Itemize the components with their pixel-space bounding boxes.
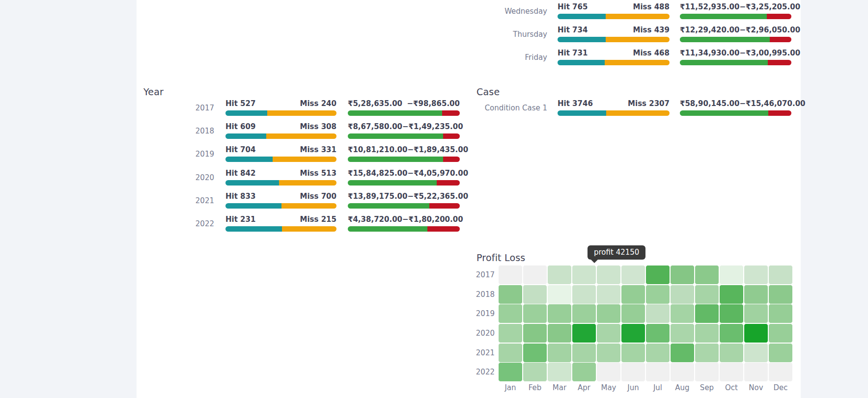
heatmap-cell[interactable] xyxy=(645,285,670,304)
heatmap-cell[interactable] xyxy=(670,304,695,323)
heatmap-cell[interactable] xyxy=(621,343,645,363)
heatmap-cell[interactable] xyxy=(719,362,744,382)
heatmap-cell[interactable] xyxy=(498,265,523,285)
hit-bar-segment[interactable] xyxy=(225,203,281,209)
profit-bar-segment[interactable] xyxy=(348,180,437,186)
miss-bar-segment[interactable] xyxy=(605,60,670,65)
profit-bar-segment[interactable] xyxy=(348,203,429,209)
heatmap-cell[interactable] xyxy=(547,343,572,363)
miss-bar-segment[interactable] xyxy=(606,110,670,116)
heatmap-cell[interactable] xyxy=(744,343,768,363)
miss-bar-segment[interactable] xyxy=(606,37,670,42)
heatmap-cell[interactable] xyxy=(621,323,645,343)
heatmap-cell[interactable] xyxy=(572,323,596,343)
heatmap-cell[interactable] xyxy=(645,362,670,382)
profit-bar-segment[interactable] xyxy=(680,110,768,116)
heatmap-cell[interactable] xyxy=(498,343,523,363)
hit-bar-segment[interactable] xyxy=(225,226,282,232)
heatmap-cell[interactable] xyxy=(547,323,572,343)
heatmap-cell[interactable] xyxy=(744,362,768,382)
heatmap-cell[interactable] xyxy=(572,285,596,304)
profit-bar-segment[interactable] xyxy=(680,60,768,65)
heatmap-cell[interactable] xyxy=(719,265,744,285)
heatmap-cell[interactable] xyxy=(768,343,793,363)
profit-bar-segment[interactable] xyxy=(680,37,770,42)
profit-bar-segment[interactable] xyxy=(348,226,427,232)
heatmap-cell[interactable] xyxy=(768,323,793,343)
loss-bar-segment[interactable] xyxy=(429,203,460,209)
heatmap-cell[interactable] xyxy=(498,304,523,323)
heatmap-cell[interactable] xyxy=(621,285,645,304)
heatmap-cell[interactable] xyxy=(547,362,572,382)
heatmap-cell[interactable] xyxy=(523,304,547,323)
heatmap-cell[interactable] xyxy=(621,304,645,323)
heatmap-cell[interactable] xyxy=(572,362,596,382)
heatmap-cell[interactable] xyxy=(621,362,645,382)
hit-bar-segment[interactable] xyxy=(225,133,266,139)
heatmap-cell[interactable] xyxy=(719,343,744,363)
miss-bar-segment[interactable] xyxy=(279,180,336,186)
profit-bar-segment[interactable] xyxy=(680,14,767,19)
miss-bar-segment[interactable] xyxy=(273,157,336,162)
heatmap-cell[interactable] xyxy=(523,323,547,343)
loss-bar-segment[interactable] xyxy=(770,37,791,42)
heatmap-cell[interactable] xyxy=(645,343,670,363)
heatmap-cell[interactable] xyxy=(744,304,768,323)
heatmap-cell[interactable] xyxy=(744,285,768,304)
hit-bar-segment[interactable] xyxy=(225,157,273,162)
heatmap-cell[interactable] xyxy=(596,265,621,285)
heatmap-cell[interactable] xyxy=(596,323,621,343)
heatmap-cell[interactable] xyxy=(596,304,621,323)
heatmap-cell[interactable] xyxy=(572,304,596,323)
heatmap-cell[interactable] xyxy=(670,265,695,285)
heatmap-cell[interactable] xyxy=(695,343,719,363)
heatmap-cell[interactable] xyxy=(572,343,596,363)
heatmap-cell[interactable] xyxy=(670,362,695,382)
profit-bar-segment[interactable] xyxy=(348,133,443,139)
heatmap-cell[interactable] xyxy=(645,265,670,285)
heatmap-cell[interactable] xyxy=(523,343,547,363)
heatmap-cell[interactable] xyxy=(719,304,744,323)
heatmap-cell[interactable] xyxy=(596,285,621,304)
hit-bar-segment[interactable] xyxy=(225,180,279,186)
profit-bar-segment[interactable] xyxy=(348,157,443,162)
miss-bar-segment[interactable] xyxy=(266,133,336,139)
heatmap-cell[interactable] xyxy=(498,323,523,343)
hit-bar-segment[interactable] xyxy=(558,37,606,42)
heatmap-cell[interactable] xyxy=(498,362,523,382)
loss-bar-segment[interactable] xyxy=(443,157,460,162)
heatmap-cell[interactable] xyxy=(621,265,645,285)
heatmap-cell[interactable] xyxy=(523,265,547,285)
loss-bar-segment[interactable] xyxy=(767,14,791,19)
heatmap-cell[interactable] xyxy=(695,265,719,285)
heatmap-cell[interactable] xyxy=(645,323,670,343)
heatmap-cell[interactable] xyxy=(670,285,695,304)
heatmap-cell[interactable] xyxy=(719,323,744,343)
heatmap-cell[interactable] xyxy=(547,304,572,323)
heatmap-cell[interactable] xyxy=(547,265,572,285)
heatmap-cell[interactable] xyxy=(719,285,744,304)
miss-bar-segment[interactable] xyxy=(281,203,336,209)
heatmap-cell[interactable] xyxy=(744,265,768,285)
heatmap-cell[interactable] xyxy=(695,362,719,382)
heatmap-cell[interactable] xyxy=(768,285,793,304)
heatmap-cell[interactable] xyxy=(695,304,719,323)
heatmap-cell[interactable] xyxy=(744,323,768,343)
loss-bar-segment[interactable] xyxy=(443,133,460,139)
loss-bar-segment[interactable] xyxy=(768,60,791,65)
miss-bar-segment[interactable] xyxy=(606,14,670,19)
heatmap-cell[interactable] xyxy=(768,362,793,382)
loss-bar-segment[interactable] xyxy=(437,180,460,186)
heatmap-cell[interactable] xyxy=(596,362,621,382)
heatmap-cell[interactable] xyxy=(523,285,547,304)
heatmap-cell[interactable] xyxy=(768,265,793,285)
heatmap-cell[interactable] xyxy=(695,285,719,304)
heatmap-cell[interactable] xyxy=(670,343,695,363)
heatmap-cell[interactable] xyxy=(645,304,670,323)
hit-bar-segment[interactable] xyxy=(558,14,606,19)
heatmap-cell[interactable] xyxy=(596,343,621,363)
miss-bar-segment[interactable] xyxy=(282,226,336,232)
heatmap-cell[interactable] xyxy=(523,362,547,382)
heatmap-cell[interactable] xyxy=(768,304,793,323)
heatmap-cell[interactable] xyxy=(695,323,719,343)
